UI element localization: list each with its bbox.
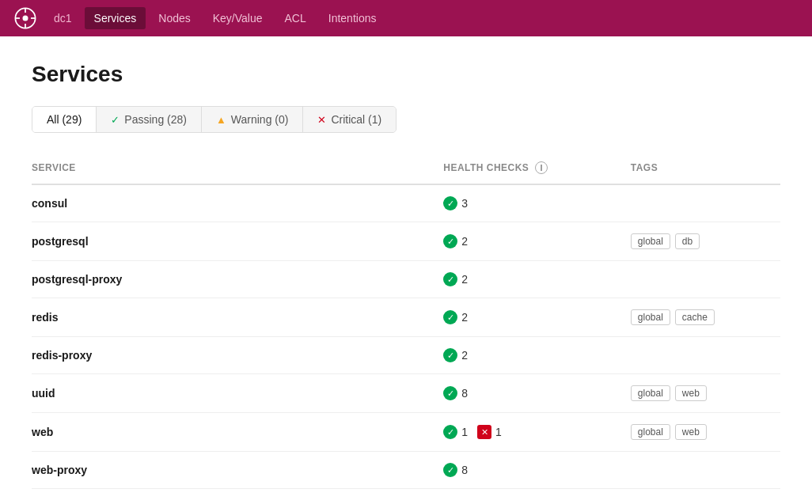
service-name: postgresql-proxy: [32, 273, 122, 286]
tags-cell: globalweb: [631, 385, 780, 401]
tags-cell: globalweb: [631, 424, 780, 440]
health-pass: ✓ 1: [443, 425, 468, 439]
nav-item-services[interactable]: Services: [85, 7, 146, 29]
top-nav: dc1 Services Nodes Key/Value ACL Intenti…: [0, 0, 812, 36]
services-table: Service Health Checks i Tags consul ✓ 3 …: [32, 155, 780, 489]
health-pass: ✓ 2: [443, 348, 468, 362]
service-name: postgresql: [32, 235, 89, 248]
pass-icon: ✓: [443, 425, 457, 439]
col-header-service: Service: [32, 155, 443, 184]
app-logo: [13, 6, 38, 31]
health-pass: ✓ 8: [443, 463, 468, 477]
health-pass: ✓ 2: [443, 272, 468, 286]
service-name: consul: [32, 197, 67, 210]
health-info-icon[interactable]: i: [535, 161, 548, 174]
service-name: web-proxy: [32, 464, 87, 476]
nav-item-intentions[interactable]: Intentions: [319, 7, 386, 29]
filter-bar: All (29) ✓ Passing (28) ▲ Warning (0) ✕ …: [32, 106, 397, 133]
pass-icon: ✓: [443, 310, 457, 324]
pass-icon: ✓: [443, 196, 457, 210]
service-tag: web: [675, 424, 707, 440]
service-tag: global: [631, 385, 670, 401]
nav-datacenter: dc1: [47, 7, 78, 29]
filter-tab-warning-label: Warning (0): [231, 113, 289, 126]
passing-icon: ✓: [111, 114, 120, 126]
pass-icon: ✓: [443, 348, 457, 362]
svg-point-1: [23, 16, 28, 21]
filter-tab-critical[interactable]: ✕ Critical (1): [303, 107, 396, 132]
filter-tab-all[interactable]: All (29): [32, 107, 97, 132]
health-pass: ✓ 2: [443, 234, 468, 248]
service-tag: global: [631, 309, 670, 325]
nav-item-nodes[interactable]: Nodes: [149, 7, 199, 29]
service-tag: global: [631, 424, 670, 440]
service-tag: db: [675, 233, 700, 249]
pass-icon: ✓: [443, 234, 457, 248]
service-name: redis: [32, 311, 58, 324]
col-header-health: Health Checks i: [443, 155, 631, 184]
table-row[interactable]: consul ✓ 3: [32, 184, 780, 222]
table-header-row: Service Health Checks i Tags: [32, 155, 780, 184]
filter-tab-all-label: All (29): [47, 113, 82, 126]
main-content: Services All (29) ✓ Passing (28) ▲ Warni…: [0, 36, 812, 504]
health-pass: ✓ 3: [443, 196, 468, 210]
table-row[interactable]: web-proxy ✓ 8: [32, 452, 780, 489]
tags-cell: globaldb: [631, 233, 780, 249]
service-name: web: [32, 426, 53, 438]
filter-tab-warning[interactable]: ▲ Warning (0): [202, 107, 304, 132]
service-name: redis-proxy: [32, 349, 92, 362]
health-crit: ✕ 1: [477, 425, 502, 439]
page-title: Services: [32, 62, 780, 87]
filter-tab-passing-label: Passing (28): [124, 113, 187, 126]
health-pass: ✓ 2: [443, 310, 468, 324]
table-row[interactable]: uuid ✓ 8 globalweb: [32, 374, 780, 413]
critical-icon: ✕: [317, 114, 326, 126]
service-tag: web: [675, 385, 707, 401]
table-row[interactable]: postgresql-proxy ✓ 2: [32, 261, 780, 298]
table-row[interactable]: redis-proxy ✓ 2: [32, 337, 780, 374]
nav-item-acl[interactable]: ACL: [275, 7, 316, 29]
filter-tab-passing[interactable]: ✓ Passing (28): [97, 107, 202, 132]
filter-tab-critical-label: Critical (1): [331, 113, 381, 126]
table-row[interactable]: postgresql ✓ 2 globaldb: [32, 222, 780, 261]
pass-icon: ✓: [443, 386, 457, 400]
warning-icon: ▲: [216, 114, 226, 126]
service-name: uuid: [32, 387, 55, 400]
service-tag: global: [631, 233, 670, 249]
pass-icon: ✓: [443, 272, 457, 286]
table-row[interactable]: redis ✓ 2 globalcache: [32, 298, 780, 337]
tags-cell: globalcache: [631, 309, 780, 325]
service-tag: cache: [675, 309, 715, 325]
table-row[interactable]: web ✓ 1 ✕ 1 globalweb: [32, 413, 780, 452]
nav-item-kv[interactable]: Key/Value: [203, 7, 272, 29]
health-pass: ✓ 8: [443, 386, 468, 400]
col-header-tags: Tags: [631, 155, 780, 184]
pass-icon: ✓: [443, 463, 457, 477]
crit-icon: ✕: [477, 425, 491, 439]
